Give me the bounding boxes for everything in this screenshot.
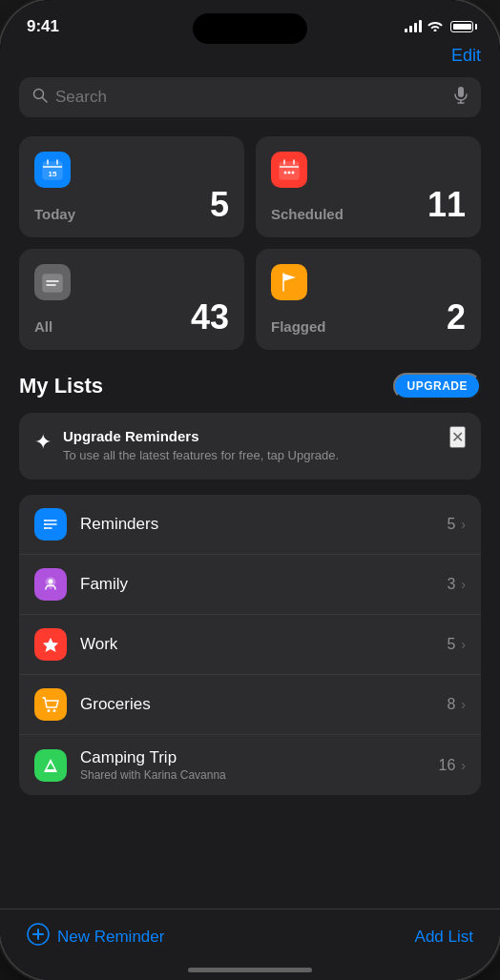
stat-scheduled[interactable]: Scheduled 11 <box>256 136 481 237</box>
svg-point-16 <box>292 172 295 174</box>
upgrade-button[interactable]: UPGRADE <box>393 373 481 399</box>
groceries-label: Groceries <box>80 695 433 714</box>
camping-trip-chevron-icon: › <box>461 758 466 773</box>
all-icon <box>34 264 71 300</box>
signal-icon <box>405 21 422 32</box>
work-chevron-icon: › <box>461 637 466 652</box>
camping-trip-icon <box>34 749 67 782</box>
family-icon <box>34 568 67 601</box>
svg-line-1 <box>43 98 48 103</box>
today-icon: 15 <box>34 152 71 188</box>
svg-point-24 <box>44 523 46 525</box>
family-count: 3 <box>447 576 455 593</box>
lists-container: Reminders 5 › <box>19 495 481 795</box>
flagged-count: 2 <box>447 300 466 335</box>
work-name: Work <box>80 635 433 654</box>
list-item-family[interactable]: Family 3 › <box>19 555 481 615</box>
svg-text:15: 15 <box>49 170 57 178</box>
upgrade-banner-content: Upgrade Reminders To use all the latest … <box>63 428 466 464</box>
phone-screen: 9:41 <box>0 0 500 980</box>
reminders-right: 5 › <box>447 516 466 533</box>
svg-point-26 <box>49 580 53 584</box>
list-item-reminders[interactable]: Reminders 5 › <box>19 495 481 555</box>
family-right: 3 › <box>447 576 466 593</box>
sparkle-icon: ✦ <box>34 430 52 455</box>
stat-today[interactable]: 15 Today 5 <box>19 136 244 237</box>
svg-point-15 <box>288 172 291 174</box>
svg-marker-27 <box>43 638 58 652</box>
groceries-name: Groceries <box>80 695 433 714</box>
work-count: 5 <box>447 636 455 653</box>
upgrade-banner-title: Upgrade Reminders <box>63 428 466 444</box>
list-item-groceries[interactable]: Groceries 8 › <box>19 675 481 735</box>
list-item-work[interactable]: Work 5 › <box>19 615 481 675</box>
new-reminder-plus-icon <box>27 923 50 951</box>
main-content: Edit <box>0 46 500 969</box>
stat-flagged[interactable]: Flagged 2 <box>256 249 481 350</box>
stat-all[interactable]: All 43 <box>19 249 244 350</box>
edit-button-container: Edit <box>19 46 481 66</box>
upgrade-banner[interactable]: ✦ Upgrade Reminders To use all the lates… <box>19 413 481 480</box>
work-label: Work <box>80 635 433 654</box>
svg-point-23 <box>44 520 46 521</box>
work-icon <box>34 628 67 661</box>
camping-trip-sublabel: Shared with Karina Cavanna <box>80 768 426 782</box>
reminders-chevron-icon: › <box>461 517 466 532</box>
svg-point-14 <box>284 172 287 174</box>
today-count: 5 <box>210 188 229 222</box>
home-indicator <box>188 968 312 972</box>
family-name: Family <box>80 575 433 594</box>
svg-point-29 <box>53 709 56 712</box>
list-item-camping-trip[interactable]: Camping Trip Shared with Karina Cavanna … <box>19 735 481 795</box>
camping-trip-count: 16 <box>439 757 456 774</box>
flagged-label: Flagged <box>271 318 326 335</box>
dynamic-island <box>193 13 307 44</box>
svg-point-25 <box>44 527 46 529</box>
search-bar[interactable] <box>19 77 481 117</box>
scheduled-count: 11 <box>427 188 466 222</box>
all-count: 43 <box>191 300 229 335</box>
work-right: 5 › <box>447 636 466 653</box>
edit-button[interactable]: Edit <box>451 46 481 66</box>
new-reminder-button[interactable]: New Reminder <box>27 923 164 951</box>
battery-icon <box>450 21 473 32</box>
new-reminder-label: New Reminder <box>57 928 164 947</box>
groceries-chevron-icon: › <box>461 697 466 712</box>
my-lists-title: My Lists <box>19 374 103 398</box>
status-icons <box>405 20 473 34</box>
flagged-icon <box>271 264 307 300</box>
stats-grid: 15 Today 5 <box>19 136 481 350</box>
family-label: Family <box>80 575 433 594</box>
reminders-name: Reminders <box>80 515 433 534</box>
svg-rect-10 <box>280 162 299 179</box>
search-icon <box>32 88 48 107</box>
family-chevron-icon: › <box>461 577 466 592</box>
today-label: Today <box>34 206 75 222</box>
phone-frame: 9:41 <box>0 0 500 980</box>
svg-rect-2 <box>458 87 464 97</box>
camping-trip-name: Camping Trip Shared with Karina Cavanna <box>80 748 426 782</box>
svg-point-28 <box>48 709 51 712</box>
upgrade-banner-description: To use all the latest features for free,… <box>63 447 466 464</box>
svg-rect-17 <box>43 275 62 292</box>
search-input[interactable] <box>55 88 447 107</box>
groceries-icon <box>34 688 67 721</box>
my-lists-header: My Lists UPGRADE <box>19 373 481 399</box>
camping-trip-label: Camping Trip <box>80 748 426 767</box>
status-time: 9:41 <box>27 17 59 36</box>
wifi-icon <box>427 20 443 34</box>
groceries-count: 8 <box>447 696 455 713</box>
reminders-label: Reminders <box>80 515 433 534</box>
microphone-icon[interactable] <box>454 87 468 108</box>
groceries-right: 8 › <box>447 696 466 713</box>
reminders-icon <box>34 508 67 541</box>
add-list-button[interactable]: Add List <box>415 928 473 947</box>
scheduled-label: Scheduled <box>271 206 344 222</box>
reminders-count: 5 <box>447 516 455 533</box>
upgrade-banner-close-button[interactable]: ✕ <box>449 426 466 448</box>
scheduled-icon <box>271 152 307 188</box>
all-label: All <box>34 318 52 335</box>
camping-trip-right: 16 › <box>439 757 466 774</box>
